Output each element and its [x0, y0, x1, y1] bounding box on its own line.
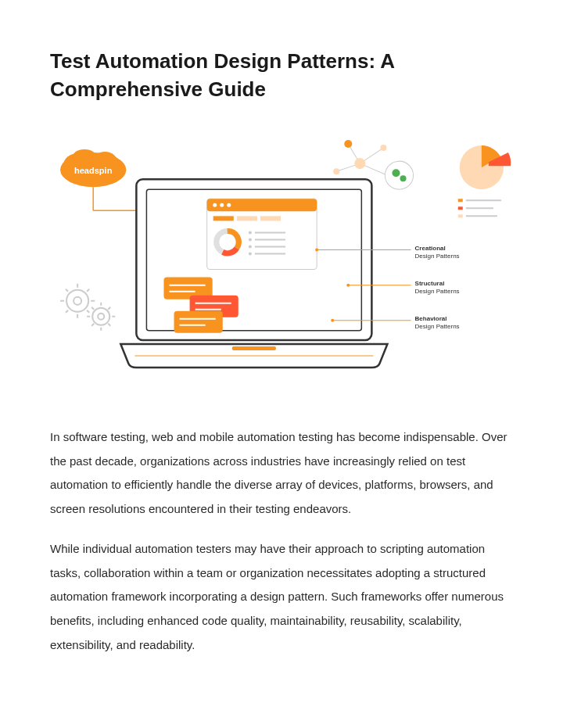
- svg-point-6: [66, 289, 88, 311]
- svg-point-27: [249, 245, 252, 248]
- svg-point-47: [333, 168, 339, 174]
- svg-point-25: [249, 238, 252, 241]
- svg-text:Creational: Creational: [415, 244, 446, 251]
- svg-text:Structural: Structural: [415, 279, 445, 286]
- svg-text:Behavioral: Behavioral: [415, 315, 447, 322]
- page-title: Test Automation Design Patterns: A Compr…: [50, 47, 513, 104]
- svg-point-18: [227, 203, 231, 207]
- svg-text:Design Patterns: Design Patterns: [415, 323, 460, 330]
- svg-rect-54: [458, 206, 463, 210]
- svg-rect-37: [174, 311, 223, 333]
- svg-text:Design Patterns: Design Patterns: [415, 287, 460, 294]
- pie-chart-icon: [458, 145, 511, 217]
- svg-point-44: [354, 158, 365, 169]
- svg-rect-52: [458, 199, 463, 202]
- laptop-icon: [120, 179, 387, 368]
- svg-point-23: [249, 231, 252, 234]
- body-paragraph-1: In software testing, web and mobile auto…: [50, 425, 513, 522]
- svg-rect-56: [458, 214, 463, 217]
- svg-point-59: [315, 248, 318, 251]
- svg-point-16: [213, 203, 217, 207]
- svg-point-67: [331, 319, 334, 322]
- cloud-icon: headspin: [60, 149, 136, 210]
- svg-point-17: [220, 203, 224, 207]
- svg-text:headspin: headspin: [74, 166, 113, 175]
- svg-point-63: [346, 283, 350, 286]
- svg-rect-13: [232, 346, 276, 350]
- svg-point-29: [249, 252, 252, 255]
- svg-point-49: [392, 169, 400, 177]
- svg-point-7: [74, 296, 81, 304]
- svg-point-46: [380, 145, 386, 151]
- gears-icon: [60, 283, 115, 330]
- body-paragraph-2: While individual automation testers may …: [50, 537, 513, 658]
- svg-rect-20: [237, 216, 257, 221]
- svg-rect-21: [260, 216, 281, 221]
- svg-point-8: [92, 308, 109, 325]
- svg-point-48: [385, 161, 413, 189]
- hero-illustration: headspin: [50, 132, 513, 386]
- svg-text:Design Patterns: Design Patterns: [415, 252, 460, 259]
- svg-point-9: [98, 314, 104, 320]
- svg-point-50: [400, 175, 407, 181]
- svg-rect-19: [213, 216, 234, 221]
- svg-point-45: [344, 140, 352, 148]
